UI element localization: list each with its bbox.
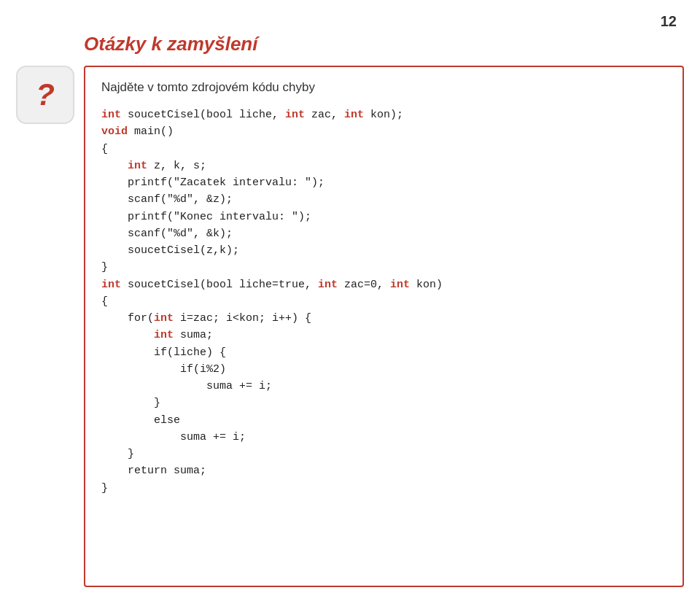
code-line: } [101,259,666,276]
code-line: { [101,141,666,158]
code-line: void main() [101,123,666,140]
keyword: int [154,329,174,341]
keyword: int [318,279,338,291]
code-line: } [101,480,666,497]
code-line: int soucetCisel(bool liche=true, int zac… [101,276,666,293]
code-line: } [101,395,666,411]
code-line: { [101,293,666,310]
code-block: int soucetCisel(bool liche, int zac, int… [101,106,666,497]
question-icon-box: ? [16,66,74,124]
code-line: printf("Konec intervalu: "); [101,209,666,225]
code-line: int suma; [101,327,666,344]
keyword: int [154,312,174,325]
code-line: if(liche) { [101,344,666,361]
page-title: Otázky k zamyšlení [84,33,257,55]
content-box: Najděte v tomto zdrojovém kódu chyby int… [84,66,684,587]
keyword: int [128,160,147,172]
keyword: int [285,109,305,121]
code-line: soucetCisel(z,k); [101,242,666,259]
page-number: 12 [661,13,677,30]
keyword: int [101,279,121,291]
code-line: suma += i; [101,378,666,395]
code-line: scanf("%d", &k); [101,225,666,242]
code-line: printf("Zacatek intervalu: "); [101,174,666,191]
code-line: int soucetCisel(bool liche, int zac, int… [101,106,666,123]
keyword: int [101,109,121,121]
code-line: else [101,412,666,429]
code-line: int z, k, s; [101,158,666,174]
keyword: int [344,109,364,121]
code-line: } [101,446,666,462]
code-line: scanf("%d", &z); [101,191,666,208]
code-line: return suma; [101,462,666,479]
keyword: void [101,125,128,138]
subtitle: Najděte v tomto zdrojovém kódu chyby [101,80,666,95]
question-mark-icon: ? [36,77,55,112]
code-line: for(int i=zac; i<kon; i++) { [101,310,666,327]
code-line: if(i%2) [101,361,666,378]
keyword: int [390,279,410,291]
code-line: suma += i; [101,429,666,446]
